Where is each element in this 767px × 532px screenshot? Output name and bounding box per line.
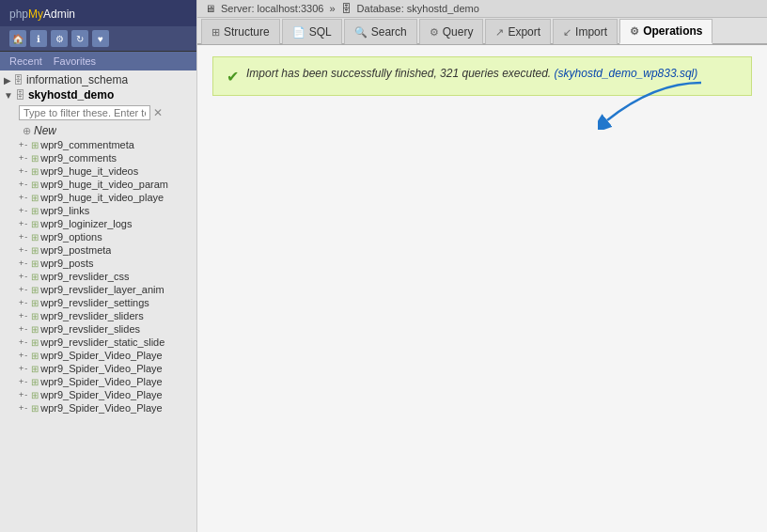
table-icon: -: [24, 258, 27, 268]
sql-tab-label: SQL: [309, 25, 332, 39]
query-tab-icon: ⚙: [430, 26, 439, 39]
table-name-label: wpr9_loginizer_logs: [40, 218, 132, 229]
new-table-item[interactable]: ⊕ New: [0, 123, 196, 138]
table-item[interactable]: + - ⊞ wpr9_comments: [0, 151, 196, 164]
table-name-label: wpr9_huge_it_videos: [40, 165, 138, 177]
table-name-label: wpr9_links: [40, 205, 89, 216]
table-item[interactable]: + - ⊞ wpr9_Spider_Video_Playe: [0, 362, 196, 375]
table-icon: -: [24, 140, 27, 149]
tab-query[interactable]: ⚙Query: [419, 19, 484, 44]
table-name-label: wpr9_Spider_Video_Playe: [40, 363, 162, 374]
table-name-label: wpr9_Spider_Video_Playe: [40, 376, 162, 387]
db-folder-icon: 🗄: [15, 89, 25, 101]
table-db-icon: ⊞: [31, 364, 39, 374]
table-item[interactable]: + - ⊞ wpr9_revslider_sliders: [0, 309, 196, 322]
table-icon: -: [24, 377, 27, 386]
db-tree: ▶ 🗄 information_schema ▼ 🗄 skyhostd_demo…: [0, 70, 196, 416]
table-item[interactable]: + - ⊞ wpr9_posts: [0, 257, 196, 270]
table-item[interactable]: + - ⊞ wpr9_links: [0, 204, 196, 217]
expand-icon: ▶: [4, 75, 11, 86]
table-db-icon: ⊞: [31, 403, 39, 414]
table-item[interactable]: + - ⊞ wpr9_loginizer_logs: [0, 217, 196, 230]
table-expand-icon: +: [19, 153, 23, 163]
table-name-label: wpr9_revslider_settings: [40, 297, 149, 308]
table-item[interactable]: + - ⊞ wpr9_options: [0, 230, 196, 243]
table-item[interactable]: + - ⊞ wpr9_huge_it_videos: [0, 164, 196, 178]
table-item[interactable]: + - ⊞ wpr9_revslider_slides: [0, 322, 196, 336]
query-tab-label: Query: [443, 25, 474, 39]
table-db-icon: ⊞: [31, 258, 39, 269]
table-icon: -: [24, 311, 27, 321]
table-expand-icon: +: [19, 403, 23, 413]
table-db-icon: ⊞: [31, 324, 39, 335]
table-item[interactable]: + - ⊞ wpr9_revslider_layer_anim: [0, 283, 196, 296]
main-content: 🖥 Server: localhost:3306 » 🗄 Database: s…: [197, 0, 767, 532]
refresh-icon[interactable]: ↻: [71, 30, 88, 47]
recent-link[interactable]: Recent: [9, 55, 42, 67]
table-db-icon: ⊞: [31, 311, 39, 321]
table-expand-icon: +: [19, 351, 23, 360]
db-item-information-schema[interactable]: ▶ 🗄 information_schema: [0, 72, 196, 87]
db-folder-icon: 🗄: [13, 74, 23, 86]
import-tab-icon: ↙: [563, 26, 571, 39]
sidebar: phpMyAdmin 🏠 ℹ ⚙ ↻ ♥ Recent Favorites ▶ …: [0, 0, 197, 532]
table-icon: -: [24, 298, 27, 307]
home-icon[interactable]: 🏠: [9, 30, 26, 47]
table-db-icon: ⊞: [31, 166, 39, 177]
table-item[interactable]: + - ⊞ wpr9_commentmeta: [0, 138, 196, 151]
table-name-label: wpr9_commentmeta: [40, 139, 134, 150]
settings-icon[interactable]: ⚙: [51, 30, 68, 47]
table-db-icon: ⊞: [31, 193, 39, 203]
table-icon: -: [24, 153, 27, 163]
search-tab-icon: 🔍: [354, 26, 368, 39]
filter-clear-icon[interactable]: ✕: [153, 106, 163, 119]
filter-input[interactable]: [19, 105, 150, 120]
table-item[interactable]: + - ⊞ wpr9_Spider_Video_Playe: [0, 375, 196, 388]
table-expand-icon: +: [19, 245, 23, 255]
export-tab-icon: ↗: [495, 26, 504, 39]
db-label: information_schema: [26, 73, 128, 86]
tab-sql[interactable]: 📄SQL: [282, 19, 342, 44]
tab-import[interactable]: ↙Import: [553, 19, 618, 44]
table-item[interactable]: + - ⊞ wpr9_Spider_Video_Playe: [0, 401, 196, 415]
search-tab-label: Search: [371, 25, 407, 39]
db-item-skyhostd-demo[interactable]: ▼ 🗄 skyhostd_demo: [0, 87, 196, 102]
table-name-label: wpr9_Spider_Video_Playe: [40, 402, 162, 414]
table-db-icon: ⊞: [31, 206, 39, 216]
table-db-icon: ⊞: [31, 140, 39, 150]
tab-bar: ⊞Structure📄SQL🔍Search⚙Query↗Export↙Impor…: [197, 18, 767, 45]
table-expand-icon: +: [19, 232, 23, 242]
table-item[interactable]: + - ⊞ wpr9_huge_it_video_param: [0, 178, 196, 191]
tab-export[interactable]: ↗Export: [485, 19, 551, 44]
tab-search[interactable]: 🔍Search: [344, 19, 417, 44]
table-icon: -: [24, 324, 27, 334]
table-item[interactable]: + - ⊞ wpr9_Spider_Video_Playe: [0, 349, 196, 362]
table-item[interactable]: + - ⊞ wpr9_postmeta: [0, 243, 196, 257]
heart-icon[interactable]: ♥: [92, 30, 109, 47]
table-item[interactable]: + - ⊞ wpr9_revslider_settings: [0, 296, 196, 309]
table-expand-icon: +: [19, 364, 23, 373]
table-name-label: wpr9_huge_it_video_param: [40, 179, 168, 190]
table-expand-icon: +: [19, 390, 23, 399]
table-name-label: wpr9_options: [40, 231, 102, 243]
table-expand-icon: +: [19, 206, 23, 215]
table-db-icon: ⊞: [31, 232, 39, 243]
table-item[interactable]: + - ⊞ wpr9_revslider_css: [0, 270, 196, 283]
table-db-icon: ⊞: [31, 337, 39, 348]
table-icon: -: [24, 272, 27, 281]
favorites-link[interactable]: Favorites: [54, 55, 96, 67]
tab-operations[interactable]: ⚙Operations: [619, 19, 712, 44]
table-item[interactable]: + - ⊞ wpr9_huge_it_video_playe: [0, 191, 196, 204]
table-icon: -: [24, 337, 27, 347]
table-item[interactable]: + - ⊞ wpr9_revslider_static_slide: [0, 336, 196, 349]
table-item[interactable]: + - ⊞ wpr9_Spider_Video_Playe: [0, 388, 196, 401]
table-db-icon: ⊞: [31, 390, 39, 400]
arrow-annotation: [598, 73, 711, 133]
tab-structure[interactable]: ⊞Structure: [201, 19, 280, 44]
table-db-icon: ⊞: [31, 180, 39, 190]
operations-tab-label: Operations: [643, 24, 702, 38]
logo-text: phpMyAdmin: [9, 8, 75, 21]
table-expand-icon: +: [19, 258, 23, 268]
table-db-icon: ⊞: [31, 351, 39, 361]
info-icon[interactable]: ℹ: [30, 30, 47, 47]
